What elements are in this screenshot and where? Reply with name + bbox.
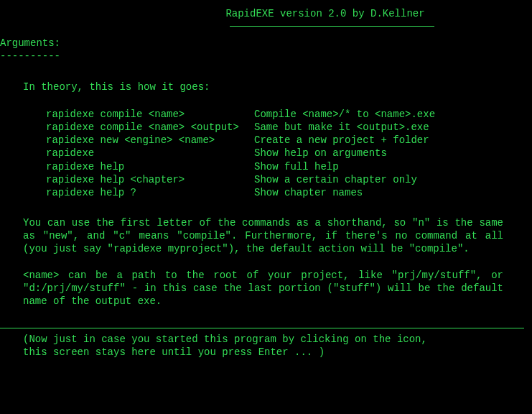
- footer-note: (Now just in case you started this progr…: [0, 333, 532, 359]
- command-description: Compile <name>/* to <name>.exe: [254, 108, 532, 121]
- section-heading: Arguments:: [0, 37, 532, 50]
- command-row: rapidexe compile <name> Compile <name>/*…: [46, 108, 532, 121]
- command-table: rapidexe compile <name> Compile <name>/*…: [0, 108, 532, 199]
- app-title: RapidEXE version 2.0 by D.Kellner: [0, 0, 532, 20]
- command-row: rapidexe Show help on arguments: [46, 147, 532, 160]
- command-row: rapidexe help Show full help: [46, 160, 532, 173]
- command-syntax: rapidexe: [46, 147, 254, 160]
- footer-divider: [0, 328, 524, 328]
- footer-line-2: this screen stays here until you press E…: [23, 346, 503, 359]
- title-underline: [230, 26, 434, 27]
- command-row: rapidexe compile <name> <output> Same bu…: [46, 121, 532, 134]
- command-syntax: rapidexe help ?: [46, 186, 254, 199]
- explanation-paragraph-1: You can use the first letter of the comm…: [0, 216, 532, 256]
- command-row: rapidexe help ? Show chapter names: [46, 186, 532, 199]
- command-description: Show a certain chapter only: [254, 173, 532, 186]
- command-syntax: rapidexe help <chapter>: [46, 173, 254, 186]
- command-description: Show help on arguments: [254, 147, 532, 160]
- section-underline: ----------: [0, 50, 532, 63]
- command-description: Show chapter names: [254, 186, 532, 199]
- intro-text: In theory, this is how it goes:: [0, 80, 532, 93]
- command-syntax: rapidexe compile <name>: [46, 108, 254, 121]
- command-row: rapidexe help <chapter> Show a certain c…: [46, 173, 532, 186]
- command-syntax: rapidexe compile <name> <output>: [46, 121, 254, 134]
- command-syntax: rapidexe new <engine> <name>: [46, 134, 254, 147]
- command-description: Same but make it <output>.exe: [254, 121, 532, 134]
- command-syntax: rapidexe help: [46, 160, 254, 173]
- command-row: rapidexe new <engine> <name> Create a ne…: [46, 134, 532, 147]
- footer-line-1: (Now just in case you started this progr…: [23, 333, 503, 346]
- explanation-paragraph-2: <name> can be a path to the root of your…: [0, 269, 532, 308]
- command-description: Create a new project + folder: [254, 134, 532, 147]
- command-description: Show full help: [254, 160, 532, 173]
